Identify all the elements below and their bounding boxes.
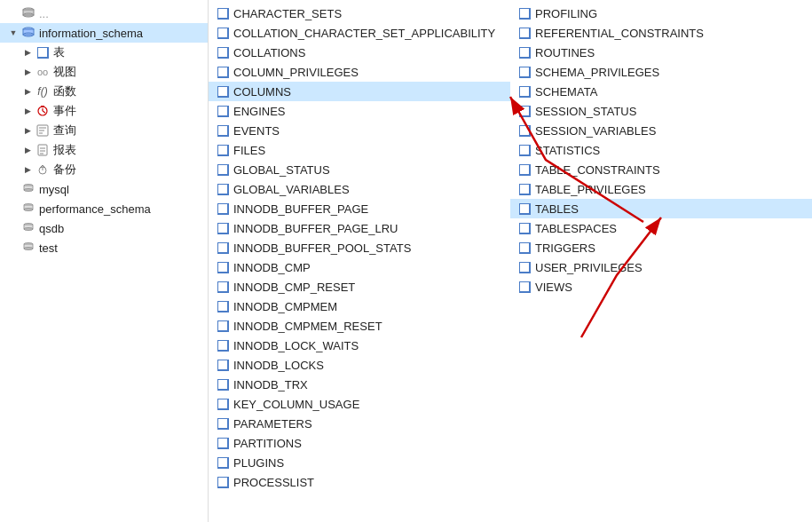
table-item-session_status[interactable]: SESSION_STATUS [510,101,812,121]
table-item-global_status[interactable]: GLOBAL_STATUS [209,160,510,179]
table-grid-icon [517,27,532,39]
table-item-label: ENGINES [233,105,286,118]
table-item-routines[interactable]: ROUTINES [510,43,812,62]
table-item-referential_constraints[interactable]: REFERENTIAL_CONSTRAINTS [510,23,812,43]
table-item-innodb_buffer_pool_stats[interactable]: INNODB_BUFFER_POOL_STATS [209,238,510,257]
table-item-character_sets[interactable]: CHARACTER_SETS [209,4,510,23]
table-item-events[interactable]: EVENTS [209,121,510,140]
table-item-global_variables[interactable]: GLOBAL_VARIABLES [209,179,510,199]
table-item-label: STATISTICS [535,144,600,157]
sidebar-item-label-baobiao: 报表 [53,142,76,158]
backup-icon [35,162,50,177]
db-open-icon [21,26,35,40]
sidebar-item-chaxun[interactable]: ▶ 查询 [0,121,208,140]
table-item-table_privileges[interactable]: TABLE_PRIVILEGES [510,179,812,199]
content-wrapper: CHARACTER_SETSCOLLATION_CHARACTER_SET_AP… [209,0,812,522]
table-grid-icon [216,202,230,215]
table-item-label: TABLES [535,202,579,216]
table-item-user_privileges[interactable]: USER_PRIVILEGES [510,257,812,277]
sidebar-item-biao[interactable]: ▶ 表 [0,43,208,62]
expand-icon-biao: ▶ [21,48,34,57]
sidebar-item-performance-schema[interactable]: performance_schema [0,199,208,218]
table-item-innodb_cmp_reset[interactable]: INNODB_CMP_RESET [209,277,510,297]
table-grid-icon [216,339,230,352]
table-item-profiling[interactable]: PROFILING [510,4,812,23]
table-item-label: TRIGGERS [535,241,595,255]
table-item-collations[interactable]: COLLATIONS [209,43,510,62]
sidebar-item-label-hanshu: 函数 [53,83,76,99]
table-item-innodb_trx[interactable]: INNODB_TRX [209,375,510,394]
table-item-column_privileges[interactable]: COLUMN_PRIVILEGES [209,62,510,82]
table-item-views[interactable]: VIEWS [510,277,812,297]
sidebar-item-information-schema[interactable]: ▼ information_schema [0,23,208,43]
table-item-innodb_cmpmem[interactable]: INNODB_CMPMEM [209,297,510,316]
table-item-label: PROCESSLIST [233,476,314,489]
table-item-label: VIEWS [535,281,572,294]
table-grid-icon [216,241,230,254]
table-item-label: SESSION_STATUS [535,105,636,118]
sidebar-item-top[interactable]: ... [0,4,208,23]
table-item-processlist[interactable]: PROCESSLIST [209,472,510,492]
table-item-label: PARTITIONS [233,437,302,450]
sidebar-item-label-biao: 表 [53,44,65,60]
table-item-label: SESSION_VARIABLES [535,124,656,138]
expand-icon-baobiao: ▶ [21,146,34,154]
table-item-key_column_usage[interactable]: KEY_COLUMN_USAGE [209,394,510,414]
table-item-label: SCHEMA_PRIVILEGES [535,66,659,79]
table-item-innodb_buffer_page_lru[interactable]: INNODB_BUFFER_PAGE_LRU [209,218,510,238]
sidebar-item-baobiao[interactable]: ▶ 报表 [0,140,208,160]
table-item-schema_privileges[interactable]: SCHEMA_PRIVILEGES [510,62,812,82]
sidebar-item-label-performance: performance_schema [39,202,151,216]
sidebar-item-hanshu[interactable]: ▶ f() 函数 [0,82,208,101]
db-icon-qsdb [21,221,35,235]
sidebar-item-beifen[interactable]: ▶ 备份 [0,160,208,179]
sidebar-item-shitu[interactable]: ▶ oo 视图 [0,62,208,82]
table-item-files[interactable]: FILES [209,140,510,160]
table-column-1: CHARACTER_SETSCOLLATION_CHARACTER_SET_AP… [209,4,510,518]
table-item-innodb_cmpmem_reset[interactable]: INNODB_CMPMEM_RESET [209,316,510,336]
sidebar-item-label-information-schema: information_schema [39,27,143,40]
table-grid-icon [216,359,230,371]
table-item-label: PARAMETERS [233,417,312,431]
sidebar-item-label-test: test [39,241,58,255]
expand-open-icon: ▼ [7,28,20,37]
table-item-session_variables[interactable]: SESSION_VARIABLES [510,121,812,140]
expand-icon-hanshu: ▶ [21,87,34,96]
table-grid-icon [517,241,532,254]
svg-line-10 [43,111,45,113]
sidebar-item-qsdb[interactable]: qsdb [0,218,208,238]
expand-icon-chaxun: ▶ [21,126,34,135]
table-item-innodb_locks[interactable]: INNODB_LOCKS [209,355,510,375]
table-item-innodb_lock_waits[interactable]: INNODB_LOCK_WAITS [209,336,510,355]
table-item-columns[interactable]: COLUMNS [209,82,510,101]
table-item-triggers[interactable]: TRIGGERS [510,238,812,257]
table-item-label: USER_PRIVILEGES [535,261,643,274]
table-item-label: INNODB_LOCK_WAITS [233,339,359,352]
sidebar-item-label-beifen: 备份 [53,162,76,178]
table-item-innodb_buffer_page[interactable]: INNODB_BUFFER_PAGE [209,199,510,218]
table-item-partitions[interactable]: PARTITIONS [209,433,510,453]
table-item-schemata[interactable]: SCHEMATA [510,82,812,101]
event-icon [35,104,50,118]
table-item-parameters[interactable]: PARAMETERS [209,414,510,433]
table-item-innodb_cmp[interactable]: INNODB_CMP [209,257,510,277]
table-item-tables[interactable]: TABLES [510,199,812,218]
table-item-plugins[interactable]: PLUGINS [209,453,510,472]
table-grid-icon [517,281,532,293]
table-icon-biao [35,45,50,59]
table-grid-icon [216,144,230,156]
table-item-table_constraints[interactable]: TABLE_CONSTRAINTS [510,160,812,179]
sidebar-item-label-mysql: mysql [39,183,69,196]
table-item-label: INNODB_CMP [233,261,311,274]
expand-icon-shitu: ▶ [21,67,34,76]
table-item-statistics[interactable]: STATISTICS [510,140,812,160]
sidebar-item-label-shijian: 事件 [53,103,76,119]
table-item-engines[interactable]: ENGINES [209,101,510,121]
table-item-collation_character_set_applicability[interactable]: COLLATION_CHARACTER_SET_APPLICABILITY [209,23,510,43]
table-grid-icon [517,7,532,20]
sidebar-item-test[interactable]: test [0,238,208,257]
table-grid-icon [216,27,230,39]
sidebar-item-mysql[interactable]: mysql [0,179,208,199]
sidebar-item-shijian[interactable]: ▶ 事件 [0,101,208,121]
table-item-tablespaces[interactable]: TABLESPACES [510,218,812,238]
